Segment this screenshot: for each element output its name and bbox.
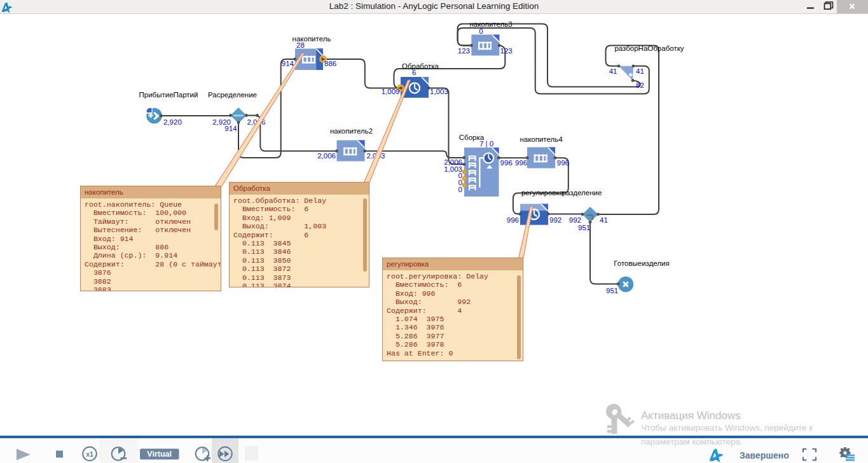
svg-text:82: 82 — [636, 81, 644, 89]
svg-text:951: 951 — [578, 224, 590, 232]
svg-text:регулировка: регулировка — [521, 189, 564, 197]
svg-text:41: 41 — [600, 216, 608, 224]
svg-text:2,920: 2,920 — [163, 118, 182, 126]
svg-text:0: 0 — [479, 27, 483, 35]
svg-text:41: 41 — [609, 67, 617, 75]
svg-text:накопитель3: накопитель3 — [469, 20, 512, 28]
svg-text:x1: x1 — [86, 450, 93, 458]
svg-text:ПрибытиеПартий: ПрибытиеПартий — [139, 91, 198, 99]
svg-text:123: 123 — [458, 47, 470, 55]
svg-text:996: 996 — [507, 216, 519, 224]
svg-text:накопитель2: накопитель2 — [330, 127, 373, 135]
svg-text:Расределение: Расределение — [208, 91, 257, 99]
svg-text:992: 992 — [569, 216, 581, 224]
svg-text:7 | 0: 7 | 0 — [479, 140, 493, 148]
svg-text:разборНаОбработку: разборНаОбработку — [614, 45, 684, 52]
svg-text:0: 0 — [458, 186, 462, 193]
svg-text:996: 996 — [557, 159, 569, 167]
svg-text:6: 6 — [412, 69, 416, 76]
svg-text:Завершено: Завершено — [740, 450, 789, 460]
svg-text:996: 996 — [515, 159, 527, 167]
svg-text:Готовыеизделия: Готовыеизделия — [614, 259, 669, 267]
svg-text:Обработка: Обработка — [402, 62, 439, 70]
svg-text:914: 914 — [282, 60, 294, 67]
svg-text:1,003: 1,003 — [430, 88, 448, 95]
svg-text:886: 886 — [324, 60, 336, 67]
svg-text:41: 41 — [636, 67, 644, 75]
svg-text:951: 951 — [606, 287, 618, 294]
svg-text:накопитель4: накопитель4 — [520, 135, 563, 143]
svg-text:914: 914 — [224, 125, 237, 132]
svg-text:1,009: 1,009 — [382, 88, 400, 95]
svg-text:разделение: разделение — [562, 189, 602, 197]
svg-text:992: 992 — [549, 216, 561, 224]
svg-text:996: 996 — [500, 159, 513, 167]
svg-text:28: 28 — [296, 41, 305, 49]
svg-text:Virtual: Virtual — [147, 450, 172, 459]
svg-text:123: 123 — [500, 47, 513, 55]
svg-text:2,006: 2,006 — [317, 152, 336, 160]
